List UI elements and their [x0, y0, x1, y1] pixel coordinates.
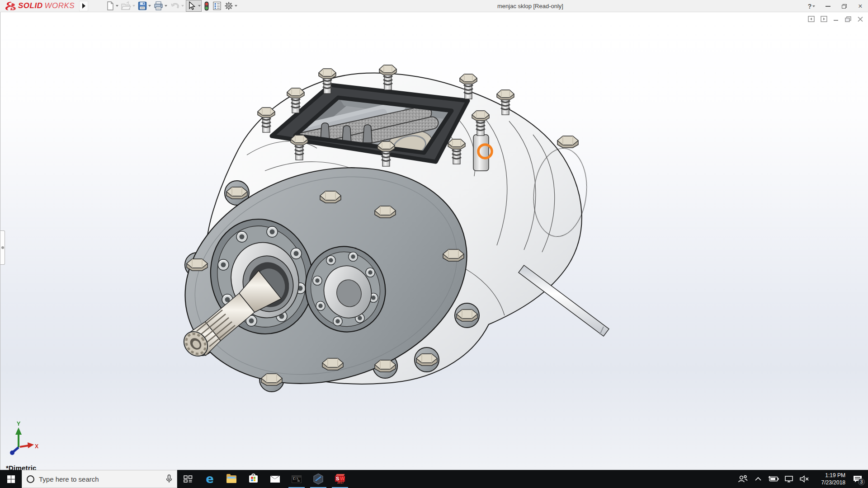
title-bar: SOLIDWORKS [0, 0, 868, 12]
mail-icon [270, 476, 280, 483]
document-minimize-icon[interactable] [833, 16, 839, 22]
menu-flyout-button[interactable] [79, 1, 88, 11]
cortana-icon [27, 475, 34, 483]
print-button[interactable] [153, 0, 168, 11]
document-title: menjac sklop [Read-only] [497, 3, 563, 9]
taskbar-search-box[interactable]: Type here to search [22, 470, 177, 488]
flyout-arrow-icon [82, 3, 85, 9]
start-button[interactable] [0, 470, 22, 488]
rebuild-button[interactable] [203, 0, 211, 12]
close-button[interactable]: × [855, 1, 865, 11]
taskbar-app-hexagon[interactable] [307, 470, 329, 488]
edge-icon: e [206, 473, 214, 485]
network-icon [784, 475, 794, 483]
new-document-icon [106, 1, 114, 10]
taskbar-app-mail[interactable] [264, 470, 286, 488]
taskbar-apps: e C:\ S [177, 470, 351, 488]
windows-taskbar: Type here to search e [0, 470, 868, 488]
battery-charging-icon [768, 476, 779, 482]
undo-icon [170, 1, 180, 10]
windows-logo-icon [7, 475, 15, 483]
gearbox-model[interactable]: Y X [0, 12, 868, 470]
system-tray: 1:19 PM 7/23/2018 3 [736, 470, 868, 488]
splitter-dot-icon [1, 246, 4, 249]
people-button[interactable] [736, 470, 750, 488]
stud-boss [473, 135, 489, 171]
battery-status[interactable] [767, 470, 780, 488]
dropdown-arrow-icon[interactable] [235, 5, 237, 7]
task-view-icon [183, 474, 193, 483]
pane-toggle-right-icon[interactable] [821, 16, 827, 22]
solidworks-logo-glyph [5, 1, 16, 10]
save-button[interactable] [137, 0, 152, 11]
options-button[interactable] [223, 0, 238, 11]
restore-icon [842, 4, 847, 9]
restore-button[interactable] [839, 1, 849, 11]
microphone-icon[interactable] [166, 474, 172, 483]
rebuild-traffic-light-icon [203, 1, 210, 11]
brand-text-solid: SOLID [18, 1, 42, 10]
command-prompt-icon: C:\ [292, 475, 302, 483]
feature-tree-collapsed-tab[interactable] [0, 230, 5, 265]
volume-muted-icon [799, 475, 809, 483]
document-restore-icon[interactable] [845, 16, 851, 22]
file-explorer-icon [226, 475, 236, 483]
dropdown-arrow-icon [132, 5, 135, 7]
gearbox-assembly[interactable]: Y X [10, 65, 609, 455]
orientation-triad: Y X [10, 420, 38, 455]
taskbar-empty-space [351, 470, 736, 488]
taskbar-app-solidworks[interactable]: S W 2017 [329, 470, 351, 488]
dropdown-arrow-icon [812, 5, 815, 7]
file-properties-icon [212, 1, 222, 10]
hexagon-app-icon [312, 473, 324, 485]
dropdown-arrow-icon[interactable] [116, 5, 118, 7]
solidworks-logo: SOLIDWORKS [0, 0, 78, 12]
open-document-icon [121, 1, 131, 10]
taskbar-app-store[interactable] [242, 470, 264, 488]
taskbar-clock[interactable]: 1:19 PM 7/23/2018 [813, 472, 847, 486]
select-cursor-icon [187, 1, 197, 11]
new-document-button[interactable] [105, 0, 119, 11]
close-icon: × [858, 3, 862, 10]
action-center-button[interactable]: 3 [849, 470, 866, 488]
clock-date: 7/23/2018 [815, 479, 845, 486]
minimize-icon [826, 6, 830, 7]
chevron-up-icon [755, 477, 762, 481]
taskbar-app-edge[interactable]: e [199, 470, 221, 488]
dropdown-arrow-icon[interactable] [165, 5, 167, 7]
triad-x-label: X [35, 443, 38, 450]
file-properties-button[interactable] [212, 0, 222, 11]
print-icon [154, 1, 163, 10]
pane-toggle-left-icon[interactable] [808, 16, 815, 22]
document-window-controls [808, 16, 863, 22]
taskbar-app-file-explorer[interactable] [221, 470, 242, 488]
dropdown-arrow-icon[interactable] [148, 5, 151, 7]
taskbar-app-command-prompt[interactable]: C:\ [286, 470, 307, 488]
people-icon [738, 475, 748, 483]
clock-time: 1:19 PM [815, 472, 845, 479]
graphics-viewport[interactable]: Y X *Dimetric [0, 12, 868, 470]
window-controls: ? × [807, 0, 865, 12]
search-placeholder-text: Type here to search [39, 475, 161, 483]
open-document-button[interactable] [120, 0, 136, 11]
minimize-button[interactable] [823, 1, 833, 11]
microsoft-store-icon [249, 475, 258, 483]
undo-button[interactable] [169, 0, 185, 11]
volume-status[interactable] [797, 470, 811, 488]
triad-y-label: Y [17, 420, 21, 427]
document-close-icon[interactable] [857, 16, 863, 22]
options-gear-icon [224, 1, 233, 10]
dropdown-arrow-icon [181, 5, 184, 7]
dropdown-arrow-icon[interactable] [198, 5, 201, 7]
rear-hex-bolt[interactable] [557, 136, 578, 148]
orientation-label: *Dimetric [6, 464, 37, 470]
save-icon [138, 1, 147, 10]
brand-text-works: WORKS [44, 1, 75, 10]
notification-badge: 3 [858, 479, 865, 485]
task-view-button[interactable] [177, 470, 199, 488]
select-tool-button[interactable] [186, 0, 202, 12]
quick-access-toolbar [105, 0, 238, 12]
hidden-icons-button[interactable] [751, 470, 765, 488]
help-button[interactable]: ? [807, 1, 816, 11]
network-status[interactable] [782, 470, 796, 488]
